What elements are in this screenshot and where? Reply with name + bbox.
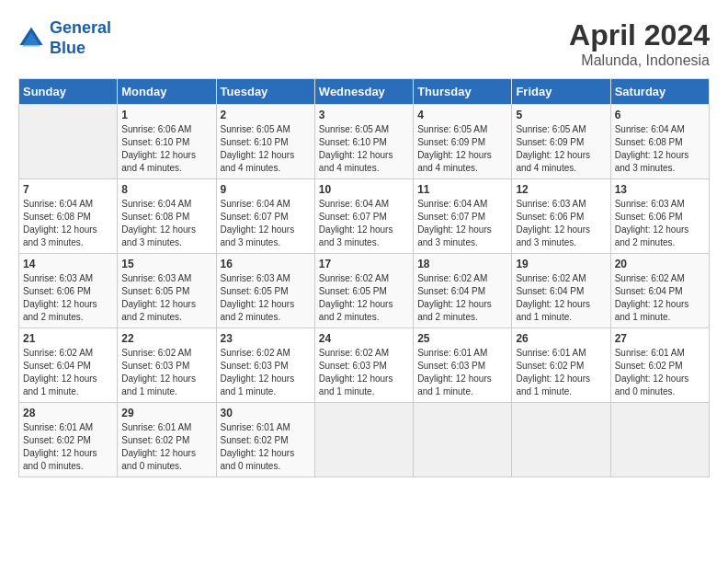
day-info: Sunrise: 6:01 AM Sunset: 6:02 PM Dayligh…	[221, 421, 311, 473]
day-number: 7	[23, 183, 113, 196]
week-row-5: 28Sunrise: 6:01 AM Sunset: 6:02 PM Dayli…	[19, 403, 710, 477]
day-info: Sunrise: 6:02 AM Sunset: 6:03 PM Dayligh…	[121, 347, 211, 398]
day-number: 11	[417, 183, 507, 196]
day-info: Sunrise: 6:04 AM Sunset: 6:07 PM Dayligh…	[319, 198, 409, 249]
page-title: April 2024	[569, 18, 710, 52]
calendar-cell: 30Sunrise: 6:01 AM Sunset: 6:02 PM Dayli…	[216, 403, 314, 477]
col-header-monday: Monday	[118, 79, 216, 105]
day-info: Sunrise: 6:02 AM Sunset: 6:05 PM Dayligh…	[319, 272, 409, 324]
calendar-cell	[414, 403, 512, 477]
calendar-cell: 16Sunrise: 6:03 AM Sunset: 6:05 PM Dayli…	[216, 254, 314, 328]
day-info: Sunrise: 6:02 AM Sunset: 6:04 PM Dayligh…	[23, 347, 113, 398]
day-number: 21	[23, 332, 113, 345]
day-number: 4	[417, 109, 507, 121]
calendar-cell: 12Sunrise: 6:03 AM Sunset: 6:06 PM Dayli…	[512, 179, 610, 254]
day-number: 2	[221, 109, 311, 121]
calendar-cell: 3Sunrise: 6:05 AM Sunset: 6:10 PM Daylig…	[314, 105, 413, 179]
day-info: Sunrise: 6:02 AM Sunset: 6:03 PM Dayligh…	[319, 347, 409, 398]
day-number: 14	[23, 258, 113, 270]
day-number: 26	[516, 332, 606, 345]
calendar-cell: 18Sunrise: 6:02 AM Sunset: 6:04 PM Dayli…	[414, 254, 512, 328]
page-header: General Blue April 2024 Malunda, Indones…	[18, 18, 710, 69]
day-info: Sunrise: 6:04 AM Sunset: 6:08 PM Dayligh…	[23, 198, 113, 249]
day-info: Sunrise: 6:05 AM Sunset: 6:10 PM Dayligh…	[221, 123, 311, 175]
day-info: Sunrise: 6:01 AM Sunset: 6:02 PM Dayligh…	[615, 347, 705, 398]
week-row-4: 21Sunrise: 6:02 AM Sunset: 6:04 PM Dayli…	[19, 328, 710, 403]
col-header-saturday: Saturday	[610, 79, 709, 105]
day-number: 9	[221, 183, 311, 196]
calendar-cell: 23Sunrise: 6:02 AM Sunset: 6:03 PM Dayli…	[216, 328, 314, 403]
day-number: 20	[615, 258, 705, 270]
day-number: 10	[319, 183, 409, 196]
logo-text: General Blue	[50, 18, 111, 58]
calendar-cell: 27Sunrise: 6:01 AM Sunset: 6:02 PM Dayli…	[610, 328, 709, 403]
day-number: 15	[121, 258, 211, 270]
day-info: Sunrise: 6:01 AM Sunset: 6:02 PM Dayligh…	[516, 347, 606, 398]
calendar-cell: 24Sunrise: 6:02 AM Sunset: 6:03 PM Dayli…	[314, 328, 413, 403]
logo-icon	[18, 26, 44, 52]
day-number: 17	[319, 258, 409, 270]
calendar-cell: 26Sunrise: 6:01 AM Sunset: 6:02 PM Dayli…	[512, 328, 610, 403]
day-number: 16	[221, 258, 311, 270]
calendar-header-row: SundayMondayTuesdayWednesdayThursdayFrid…	[19, 79, 710, 105]
day-number: 29	[121, 407, 211, 419]
day-info: Sunrise: 6:04 AM Sunset: 6:08 PM Dayligh…	[121, 198, 211, 249]
logo: General Blue	[18, 18, 111, 58]
calendar-cell: 13Sunrise: 6:03 AM Sunset: 6:06 PM Dayli…	[610, 179, 709, 254]
title-block: April 2024 Malunda, Indonesia	[569, 18, 710, 69]
day-info: Sunrise: 6:03 AM Sunset: 6:05 PM Dayligh…	[221, 272, 311, 324]
day-info: Sunrise: 6:02 AM Sunset: 6:04 PM Dayligh…	[516, 272, 606, 324]
day-info: Sunrise: 6:04 AM Sunset: 6:08 PM Dayligh…	[615, 123, 705, 175]
calendar-cell	[314, 403, 413, 477]
day-number: 25	[417, 332, 507, 345]
col-header-wednesday: Wednesday	[314, 79, 413, 105]
calendar-cell: 10Sunrise: 6:04 AM Sunset: 6:07 PM Dayli…	[314, 179, 413, 254]
day-info: Sunrise: 6:02 AM Sunset: 6:04 PM Dayligh…	[417, 272, 507, 324]
calendar-cell: 6Sunrise: 6:04 AM Sunset: 6:08 PM Daylig…	[610, 105, 709, 179]
day-info: Sunrise: 6:03 AM Sunset: 6:06 PM Dayligh…	[23, 272, 113, 324]
calendar-cell: 14Sunrise: 6:03 AM Sunset: 6:06 PM Dayli…	[19, 254, 118, 328]
day-number: 8	[121, 183, 211, 196]
calendar-cell: 15Sunrise: 6:03 AM Sunset: 6:05 PM Dayli…	[118, 254, 216, 328]
page-subtitle: Malunda, Indonesia	[569, 52, 710, 69]
calendar-cell: 19Sunrise: 6:02 AM Sunset: 6:04 PM Dayli…	[512, 254, 610, 328]
calendar-cell: 25Sunrise: 6:01 AM Sunset: 6:03 PM Dayli…	[414, 328, 512, 403]
day-info: Sunrise: 6:01 AM Sunset: 6:02 PM Dayligh…	[23, 421, 113, 473]
day-number: 23	[221, 332, 311, 345]
calendar-cell: 2Sunrise: 6:05 AM Sunset: 6:10 PM Daylig…	[216, 105, 314, 179]
day-number: 18	[417, 258, 507, 270]
day-number: 3	[319, 109, 409, 121]
calendar-cell: 29Sunrise: 6:01 AM Sunset: 6:02 PM Dayli…	[118, 403, 216, 477]
col-header-tuesday: Tuesday	[216, 79, 314, 105]
calendar-table: SundayMondayTuesdayWednesdayThursdayFrid…	[18, 78, 710, 477]
calendar-cell: 11Sunrise: 6:04 AM Sunset: 6:07 PM Dayli…	[414, 179, 512, 254]
day-number: 19	[516, 258, 606, 270]
day-info: Sunrise: 6:03 AM Sunset: 6:06 PM Dayligh…	[516, 198, 606, 249]
calendar-cell: 7Sunrise: 6:04 AM Sunset: 6:08 PM Daylig…	[19, 179, 118, 254]
day-info: Sunrise: 6:01 AM Sunset: 6:02 PM Dayligh…	[121, 421, 211, 473]
calendar-cell: 21Sunrise: 6:02 AM Sunset: 6:04 PM Dayli…	[19, 328, 118, 403]
calendar-cell: 8Sunrise: 6:04 AM Sunset: 6:08 PM Daylig…	[118, 179, 216, 254]
day-number: 30	[221, 407, 311, 419]
day-info: Sunrise: 6:05 AM Sunset: 6:10 PM Dayligh…	[319, 123, 409, 175]
calendar-cell	[19, 105, 118, 179]
day-info: Sunrise: 6:06 AM Sunset: 6:10 PM Dayligh…	[121, 123, 211, 175]
day-info: Sunrise: 6:03 AM Sunset: 6:05 PM Dayligh…	[121, 272, 211, 324]
day-number: 22	[121, 332, 211, 345]
day-info: Sunrise: 6:01 AM Sunset: 6:03 PM Dayligh…	[417, 347, 507, 398]
calendar-cell: 9Sunrise: 6:04 AM Sunset: 6:07 PM Daylig…	[216, 179, 314, 254]
calendar-cell: 20Sunrise: 6:02 AM Sunset: 6:04 PM Dayli…	[610, 254, 709, 328]
day-info: Sunrise: 6:04 AM Sunset: 6:07 PM Dayligh…	[417, 198, 507, 249]
day-number: 12	[516, 183, 606, 196]
day-number: 24	[319, 332, 409, 345]
calendar-cell	[610, 403, 709, 477]
week-row-2: 7Sunrise: 6:04 AM Sunset: 6:08 PM Daylig…	[19, 179, 710, 254]
day-number: 1	[121, 109, 211, 121]
col-header-thursday: Thursday	[414, 79, 512, 105]
calendar-cell: 22Sunrise: 6:02 AM Sunset: 6:03 PM Dayli…	[118, 328, 216, 403]
calendar-cell: 1Sunrise: 6:06 AM Sunset: 6:10 PM Daylig…	[118, 105, 216, 179]
calendar-cell: 4Sunrise: 6:05 AM Sunset: 6:09 PM Daylig…	[414, 105, 512, 179]
day-info: Sunrise: 6:02 AM Sunset: 6:03 PM Dayligh…	[221, 347, 311, 398]
day-info: Sunrise: 6:03 AM Sunset: 6:06 PM Dayligh…	[615, 198, 705, 249]
day-number: 13	[615, 183, 705, 196]
